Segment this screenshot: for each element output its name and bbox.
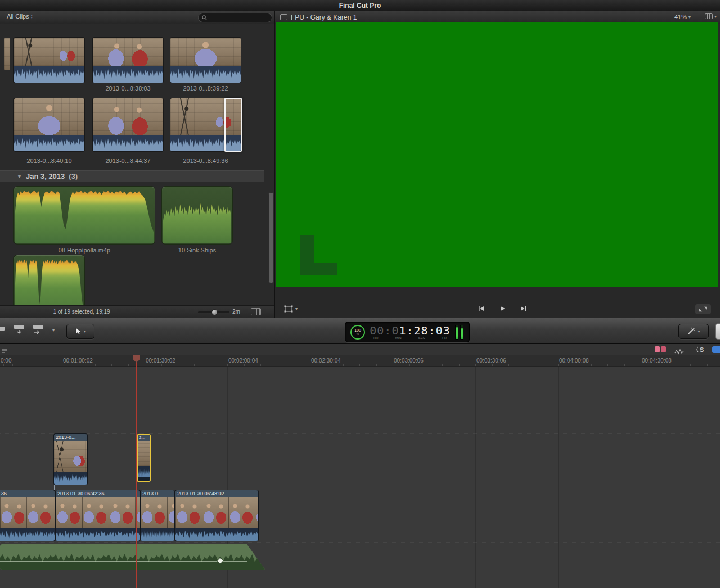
appearance-icon-pink-dark bbox=[661, 346, 666, 352]
lane-guide bbox=[0, 433, 720, 434]
previous-frame-button[interactable] bbox=[475, 304, 487, 313]
enhancements-dropdown[interactable]: ▾ bbox=[678, 324, 709, 339]
fullscreen-icon bbox=[698, 306, 708, 313]
primary-clip[interactable]: 2013-0... bbox=[141, 490, 174, 541]
chevron-down-icon: ▾ bbox=[84, 329, 86, 334]
browser-clip[interactable] bbox=[93, 98, 163, 151]
clip-name-label: 2013-0... bbox=[54, 434, 87, 441]
toolbar-edge-button[interactable] bbox=[716, 323, 720, 340]
connect-edit-button[interactable] bbox=[12, 324, 26, 338]
browser-clip[interactable] bbox=[14, 38, 84, 83]
clip-thumbnail-strip bbox=[141, 497, 174, 528]
fullscreen-button[interactable] bbox=[695, 304, 711, 314]
browser-clip-partial[interactable] bbox=[4, 38, 10, 70]
search-field[interactable] bbox=[198, 13, 272, 22]
gridline bbox=[393, 367, 393, 588]
clip-label: 2013-0...8:40:10 bbox=[14, 157, 84, 164]
index-icon bbox=[1, 347, 8, 354]
ruler-label: 00:04:00:08 bbox=[559, 358, 589, 364]
dial-unit: % bbox=[357, 332, 359, 336]
clip-name-label: 2013-01-30 06:42:36 bbox=[56, 490, 140, 497]
connected-clip[interactable]: 2013-0... bbox=[54, 434, 87, 485]
search-input[interactable] bbox=[209, 14, 268, 21]
edit-tool-button[interactable] bbox=[0, 325, 7, 338]
clip-audio-waveform bbox=[0, 528, 55, 541]
disclosure-triangle-icon[interactable]: ▼ bbox=[17, 174, 22, 179]
snapping-toggle-button[interactable] bbox=[712, 346, 720, 353]
selection-range[interactable] bbox=[224, 98, 242, 152]
browser-clip[interactable] bbox=[14, 98, 84, 151]
clip-label: 2013-0...8:44:37 bbox=[93, 157, 163, 164]
browser-clip[interactable] bbox=[93, 38, 163, 83]
viewer-title: FPU - Gary & Karen 1 bbox=[291, 13, 357, 21]
browser-scrollbar[interactable] bbox=[268, 192, 274, 283]
audio-waveform bbox=[163, 188, 231, 243]
clip-audio-waveform bbox=[54, 472, 87, 485]
audio-meters[interactable] bbox=[455, 325, 464, 340]
insert-edit-button[interactable] bbox=[32, 324, 45, 338]
popup-updown-icon: ▴▾ bbox=[31, 14, 33, 19]
primary-clip[interactable]: 36 bbox=[0, 490, 55, 541]
browser-audio-clip[interactable] bbox=[14, 187, 155, 244]
timeline-audio-clip[interactable] bbox=[0, 544, 266, 570]
browser-audio-clip[interactable] bbox=[14, 255, 84, 305]
event-date-title: Jan 3, 2013 bbox=[26, 172, 65, 180]
append-edit-icon bbox=[0, 325, 7, 336]
gridline bbox=[475, 367, 476, 588]
filmstrip-icon bbox=[705, 13, 713, 19]
skip-back-icon bbox=[477, 305, 485, 312]
clip-name-label: 36 bbox=[0, 490, 55, 497]
transform-dropdown[interactable]: ▾ bbox=[284, 305, 298, 313]
unit-sec: SEC bbox=[418, 336, 425, 340]
background-tasks-dial[interactable]: 100 % bbox=[350, 325, 365, 340]
audio-meter-right bbox=[460, 325, 464, 340]
slider-thumb[interactable] bbox=[212, 309, 218, 315]
clip-label: 10 Sink Ships bbox=[162, 247, 232, 254]
view-options-dropdown[interactable]: ▾ bbox=[705, 13, 717, 19]
clip-label: 2013-0...8:38:03 bbox=[93, 85, 163, 92]
edit-tools-dropdown[interactable]: ▾ bbox=[52, 328, 55, 333]
timeline-ruler[interactable]: 0:00 00:01:00:02 00:01:30:02 00:02:00:04… bbox=[0, 355, 720, 367]
playhead[interactable] bbox=[136, 355, 137, 588]
next-frame-button[interactable] bbox=[518, 304, 530, 313]
volume-line[interactable] bbox=[0, 561, 248, 562]
transport-controls bbox=[475, 304, 530, 313]
dashboard: 100 % 00:01:28:03 HR MIN SEC FR bbox=[345, 322, 470, 342]
primary-clip[interactable]: 2013-01-30 06:48:02 bbox=[176, 490, 258, 541]
waveform-zigzag-icon bbox=[674, 349, 685, 355]
clip-audio-waveform bbox=[56, 528, 140, 541]
arrow-cursor-icon bbox=[75, 327, 82, 336]
skimming-toggle-button[interactable]: S bbox=[695, 346, 704, 353]
browser-audio-clip[interactable] bbox=[162, 187, 232, 244]
play-button[interactable] bbox=[496, 304, 508, 313]
clip-filter-label: All Clips bbox=[7, 13, 29, 20]
clip-appearance-button[interactable] bbox=[251, 308, 261, 315]
timeline-options-strip: S bbox=[0, 344, 720, 355]
browser-clip[interactable] bbox=[170, 38, 241, 83]
viewer-zoom-dropdown[interactable]: 41% ▾ bbox=[674, 13, 691, 20]
select-tool-dropdown[interactable]: ▾ bbox=[66, 324, 94, 339]
clip-appearance-timeline-button[interactable] bbox=[655, 346, 666, 352]
selection-status-text: 1 of 19 selected, 19;19 bbox=[11, 309, 152, 315]
clip-thumbnail bbox=[93, 98, 163, 135]
chevron-down-icon: ▾ bbox=[295, 306, 298, 311]
viewer-icon bbox=[280, 14, 287, 20]
gridline bbox=[641, 367, 641, 588]
clip-name-label: 2013-01-30 06:48:02 bbox=[176, 490, 258, 497]
timecode-unit-labels: HR MIN SEC FR bbox=[374, 336, 447, 340]
event-clip-count: (3) bbox=[69, 172, 78, 180]
magic-wand-icon bbox=[687, 327, 695, 336]
ruler-ticks bbox=[0, 364, 720, 366]
clip-audio-waveform bbox=[141, 528, 174, 541]
thumbnail-zoom-slider[interactable] bbox=[198, 311, 230, 313]
ruler-label: 00:01:30:02 bbox=[146, 358, 176, 364]
ruler-label: 00:04:30:08 bbox=[642, 358, 672, 364]
primary-clip[interactable]: 2013-01-30 06:42:36 bbox=[56, 490, 140, 541]
clip-filter-dropdown[interactable]: All Clips ▴▾ bbox=[7, 13, 33, 20]
event-date-header[interactable]: ▼ Jan 3, 2013 (3) bbox=[0, 170, 264, 182]
viewer-zoom-value: 41% bbox=[674, 13, 687, 20]
connected-clip-selected[interactable]: 2... bbox=[137, 434, 151, 482]
timecode-display[interactable]: 00:01:28:03 HR MIN SEC FR bbox=[365, 325, 455, 340]
browser-toolbar: All Clips ▴▾ bbox=[0, 11, 274, 24]
audio-meter-left bbox=[455, 325, 458, 340]
